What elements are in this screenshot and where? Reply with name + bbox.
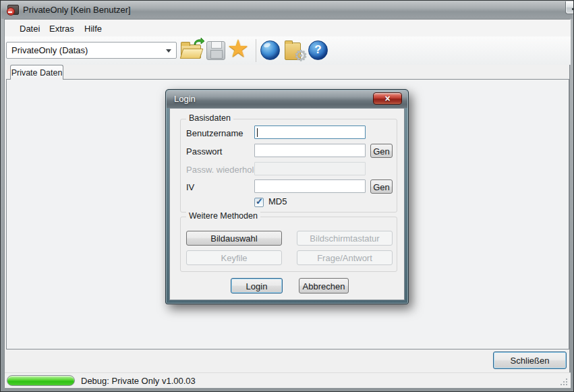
passwort-label: Passwort [186, 146, 222, 157]
toolbar-separator [256, 39, 256, 62]
keyfile-button[interactable]: Keyfile [186, 250, 282, 265]
benutzername-label: Benutzername [186, 128, 243, 138]
database-select[interactable]: PrivateOnly (Datas) [6, 42, 177, 59]
plugins-button[interactable]: ⚙ [285, 40, 306, 61]
passw-wiederholen-field [254, 162, 366, 175]
gear-icon: ⚙ [294, 49, 308, 63]
check-icon: ✓ [256, 196, 263, 206]
open-database-button[interactable] [181, 43, 202, 59]
weitere-methoden-group: Weitere Methoden Bildauswahl Bildschirmt… [180, 217, 397, 272]
login-dialog-body: Basisdaten Benutzername Passwort Gen Pas… [169, 108, 405, 300]
bildauswahl-button[interactable]: Bildauswahl [186, 231, 282, 246]
menu-hilfe[interactable]: Hilfe [82, 22, 105, 35]
login-dialog-title: Login [174, 94, 196, 104]
login-dialog: Login × Basisdaten Benutzername Passwort… [165, 89, 409, 304]
weitere-methoden-group-label: Weitere Methoden [186, 211, 260, 221]
frage-antwort-button[interactable]: Frage/Antwort [297, 250, 393, 265]
schliessen-button[interactable]: Schließen [493, 352, 567, 369]
iv-label: IV [186, 182, 194, 192]
basisdaten-group-label: Basisdaten [186, 113, 233, 123]
window-title: PrivateOnly [Kein Benutzer] [23, 5, 131, 15]
minimize-button[interactable] [565, 1, 574, 14]
login-dialog-close-button[interactable]: × [373, 92, 402, 105]
menu-bar: Datei Extras Hilfe [5, 20, 571, 36]
text-caret [257, 128, 258, 137]
favorites-star-icon[interactable]: ★ [227, 36, 249, 61]
progress-bar [7, 375, 75, 386]
tab-private-daten[interactable]: Private Daten [10, 65, 63, 80]
menu-datei[interactable]: Datei [17, 22, 42, 35]
status-bar: Debug: Private Only v1.00.03 [5, 372, 571, 388]
login-button[interactable]: Login [231, 278, 283, 293]
title-bar[interactable]: PrivateOnly [Kein Benutzer] × [1, 1, 573, 19]
app-icon [7, 5, 19, 15]
chevron-down-icon [166, 49, 171, 53]
menu-extras[interactable]: Extras [47, 22, 77, 35]
web-globe-icon[interactable] [260, 40, 280, 60]
save-button[interactable] [206, 41, 225, 60]
gen-passwort-button[interactable]: Gen [370, 144, 393, 158]
md5-checkbox[interactable]: ✓ [254, 198, 264, 207]
app-window: PrivateOnly [Kein Benutzer] × Datei Extr… [0, 0, 574, 392]
close-icon: × [374, 93, 401, 105]
resize-grip-icon[interactable] [559, 377, 567, 385]
basisdaten-group: Basisdaten Benutzername Passwort Gen Pas… [180, 119, 397, 213]
login-dialog-title-bar[interactable]: Login × [167, 90, 407, 108]
database-select-value: PrivateOnly (Datas) [11, 45, 88, 55]
md5-checkbox-label: MD5 [268, 196, 287, 206]
bildschirmtastatur-button[interactable]: Bildschirmtastatur [297, 231, 393, 246]
iv-field[interactable] [254, 179, 366, 193]
open-arrow-icon [193, 38, 205, 46]
question-icon: ? [309, 43, 327, 57]
benutzername-field[interactable] [254, 125, 366, 139]
status-text: Debug: Private Only v1.00.03 [81, 376, 196, 386]
passwort-field[interactable] [254, 144, 366, 157]
abbrechen-button[interactable]: Abbrechen [299, 278, 349, 293]
gen-iv-button[interactable]: Gen [370, 179, 393, 194]
help-button[interactable]: ? [308, 40, 328, 60]
passw-wiederholen-label: Passw. wiederholen [186, 165, 264, 175]
